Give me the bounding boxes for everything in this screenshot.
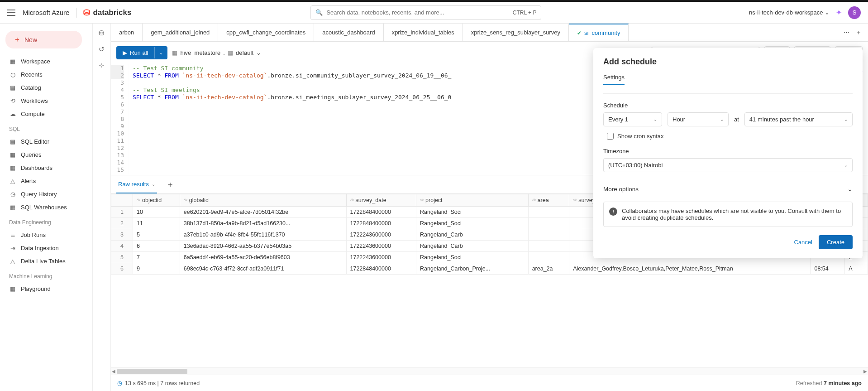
info-banner: i Collaborators may have schedules which…: [603, 202, 853, 227]
chevron-down-icon: ⌄: [152, 182, 155, 187]
table-row[interactable]: 69698ec94c-c763-4f72-8ccf-adf2a0911f7117…: [111, 263, 868, 275]
column-area[interactable]: ᴬᵇarea: [528, 194, 569, 207]
check-icon: ✔: [577, 30, 582, 36]
run-all-button[interactable]: ▶ Run all: [116, 46, 154, 59]
schema-icon[interactable]: ⛁: [99, 29, 105, 37]
section-sql: SQL: [4, 121, 89, 135]
nav-playground[interactable]: ▦Playground: [4, 282, 89, 295]
add-tab-icon[interactable]: ＋: [856, 29, 862, 37]
workspace-selector[interactable]: ns-ii-tech-dev-db-workspace ⌄: [749, 9, 830, 16]
databricks-logo[interactable]: ⛁ databricks: [76, 8, 131, 18]
nav-sql-editor[interactable]: ▤SQL Editor: [4, 135, 89, 148]
nav-compute[interactable]: ☁Compute: [4, 107, 89, 121]
nav-icon: ▦: [9, 164, 16, 171]
horizontal-scrollbar[interactable]: ◀ ▶: [111, 367, 868, 375]
run-button-group: ▶ Run all ⌄: [116, 46, 167, 59]
every-selector[interactable]: Every 1⌄: [603, 112, 662, 126]
column-survey_date[interactable]: ᴬᵇsurvey_date: [346, 194, 416, 207]
more-options-toggle[interactable]: More options⌄: [603, 180, 853, 197]
refreshed-label: Refreshed 7 minutes ago: [796, 380, 862, 386]
nav-catalog[interactable]: ▤Catalog: [4, 81, 89, 94]
nav-icon: ≣: [9, 232, 16, 238]
nav-icon: ▦: [9, 285, 16, 292]
chevron-down-icon: ⌄: [847, 185, 853, 193]
at-label: at: [734, 116, 739, 123]
nav-dashboards[interactable]: ▦Dashboards: [4, 161, 89, 174]
scroll-left-icon[interactable]: ◀: [112, 369, 115, 374]
chevron-down-icon: ⌄: [653, 117, 657, 122]
scrollbar-thumb[interactable]: [117, 369, 187, 374]
nav-icon: ☁: [9, 111, 16, 117]
nav-icon: ▤: [9, 84, 16, 91]
nav-queries[interactable]: ▦Queries: [4, 148, 89, 161]
tab-active[interactable]: ✔ si_community: [569, 24, 629, 41]
tab-cpp_cwfl_change_coordinates[interactable]: cpp_cwfl_change_coordinates: [218, 24, 314, 41]
section-de: Data Engineering: [4, 214, 89, 228]
search-shortcut: CTRL + P: [513, 10, 537, 16]
editor-rail: ⛁ ↺ ✧: [93, 24, 111, 391]
search-input[interactable]: [326, 9, 509, 16]
nav-icon: ▦: [9, 151, 16, 158]
nav-icon: ◷: [9, 191, 16, 198]
menu-icon[interactable]: [7, 10, 15, 16]
scroll-right-icon[interactable]: ▶: [863, 369, 867, 374]
add-visualization-icon[interactable]: ＋: [166, 179, 174, 190]
cron-checkbox-input[interactable]: [607, 133, 614, 140]
raw-results-tab[interactable]: Raw results⌄: [116, 176, 157, 193]
app-header: Microsoft Azure ⛁ databricks 🔍 CTRL + P …: [0, 2, 868, 24]
tab-gem_additional_joined[interactable]: gem_additional_joined: [143, 24, 218, 41]
query-tabs: arbongem_additional_joinedcpp_cwfl_chang…: [111, 24, 868, 42]
nav-icon: △: [9, 258, 16, 265]
nav-icon: ⟲: [9, 97, 16, 104]
new-button[interactable]: ＋ New: [5, 31, 82, 48]
timezone-selector[interactable]: (UTC+03:00) Nairobi⌄: [603, 158, 853, 172]
plus-icon: ＋: [14, 35, 21, 44]
nav-data-ingestion[interactable]: ⇥Data Ingestion: [4, 241, 89, 255]
chevron-down-icon: ⌄: [844, 117, 848, 122]
nav-query-history[interactable]: ◷Query History: [4, 188, 89, 201]
nav-workflows[interactable]: ⟲Workflows: [4, 94, 89, 107]
status-footer: ◷ 13 s 695 ms | 7 rows returned Refreshe…: [111, 375, 868, 391]
clock-icon: ◷: [117, 380, 122, 386]
column-project[interactable]: ᴬᵇproject: [416, 194, 529, 207]
nav-icon: ⇥: [9, 245, 16, 251]
add-schedule-modal: Add schedule Settings Schedule Every 1⌄ …: [593, 48, 863, 258]
user-avatar[interactable]: S: [848, 6, 861, 19]
tab-xprize_sens_reg_sublayer_survey[interactable]: xprize_sens_reg_sublayer_survey: [463, 24, 569, 41]
modal-tab-settings[interactable]: Settings: [603, 74, 625, 85]
minutes-selector[interactable]: 41 minutes past the hour⌄: [744, 112, 853, 126]
nav-icon: ▦: [9, 58, 16, 65]
unit-selector[interactable]: Hour⌄: [668, 112, 729, 126]
nav-sql-warehouses[interactable]: ▦SQL Warehouses: [4, 201, 89, 214]
tab-acoustic_dashboard[interactable]: acoustic_dashboard: [314, 24, 383, 41]
run-dropdown[interactable]: ⌄: [154, 47, 167, 58]
chevron-down-icon: ⌄: [844, 163, 848, 168]
column-objectid[interactable]: ᴬᵇobjectid: [133, 194, 180, 207]
tab-xprize_individual_tables[interactable]: xprize_individual_tables: [384, 24, 463, 41]
catalog-selector[interactable]: ▦ hive_metastore. ▦ default ⌄: [172, 49, 261, 56]
assistant-icon[interactable]: ✦: [836, 8, 842, 17]
nav-recents[interactable]: ◷Recents: [4, 68, 89, 81]
nav-icon: ▤: [9, 138, 16, 145]
column-globalid[interactable]: ᴬᵇglobalid: [180, 194, 346, 207]
info-icon: i: [609, 208, 617, 216]
database-icon: ▦: [172, 49, 177, 56]
modal-title: Add schedule: [603, 57, 853, 67]
history-icon[interactable]: ↺: [99, 45, 105, 53]
timezone-label: Timezone: [603, 148, 853, 154]
global-search[interactable]: 🔍 CTRL + P: [310, 5, 541, 20]
tab-overflow-icon[interactable]: ⋯: [844, 29, 849, 36]
nav-job-runs[interactable]: ≣Job Runs: [4, 228, 89, 241]
nav-delta-live-tables[interactable]: △Delta Live Tables: [4, 255, 89, 268]
create-button[interactable]: Create: [819, 235, 853, 249]
nav-alerts[interactable]: △Alerts: [4, 174, 89, 188]
nav-workspace[interactable]: ▦Workspace: [4, 55, 89, 68]
nav-icon: ▦: [9, 204, 16, 211]
tab-arbon[interactable]: arbon: [111, 24, 143, 41]
nav-icon: ◷: [9, 71, 16, 78]
query-timing: 13 s 695 ms | 7 rows returned: [125, 380, 200, 386]
cron-checkbox[interactable]: Show cron syntax: [607, 133, 853, 140]
pin-icon[interactable]: ✧: [99, 62, 105, 70]
cancel-button[interactable]: Cancel: [794, 239, 812, 246]
search-icon: 🔍: [315, 9, 323, 16]
